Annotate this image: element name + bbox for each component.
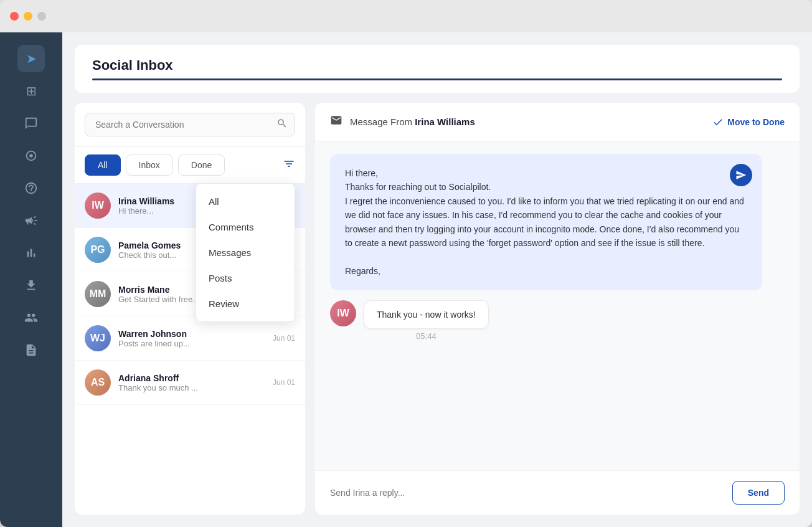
send-button[interactable]: Send bbox=[732, 481, 785, 505]
move-to-done-label: Move to Done bbox=[727, 117, 785, 127]
conv-preview: Posts are lined up... bbox=[118, 339, 265, 348]
avatar: AS bbox=[85, 369, 111, 396]
mail-icon bbox=[330, 114, 342, 130]
reply-input-area: Send bbox=[315, 470, 800, 515]
title-underline bbox=[92, 78, 782, 80]
sidebar-item-download[interactable] bbox=[17, 272, 45, 299]
traffic-lights bbox=[10, 12, 46, 21]
conv-info: Adriana Shroff Thank you so much ... bbox=[118, 373, 265, 392]
move-to-done-button[interactable]: Move to Done bbox=[712, 116, 785, 128]
close-button[interactable] bbox=[10, 12, 19, 21]
reply-input[interactable] bbox=[330, 488, 725, 498]
page-title: Social Inbox bbox=[92, 57, 782, 74]
reply-avatar: IW bbox=[330, 300, 356, 326]
reply-text: Thank you - now it works! bbox=[377, 310, 476, 320]
tab-done[interactable]: Done bbox=[178, 154, 225, 176]
left-panel: All Inbox Done All Comments Messag bbox=[75, 103, 305, 515]
page-header: Social Inbox bbox=[75, 45, 800, 93]
main-content: Social Inbox bbox=[62, 32, 812, 527]
reply-bubble: Thank you - now it works! bbox=[364, 300, 489, 329]
chat-area: Hi there,Thanks for reaching out to Soci… bbox=[315, 141, 800, 470]
avatar: IW bbox=[85, 192, 111, 219]
conv-date: Jun 01 bbox=[273, 334, 295, 343]
filter-button[interactable] bbox=[283, 158, 295, 173]
reply-content: Thank you - now it works! 05:44 bbox=[364, 300, 489, 341]
app-window: ➤ ⊞ bbox=[0, 0, 812, 527]
sidebar-item-analytics[interactable] bbox=[17, 239, 45, 267]
search-input[interactable] bbox=[85, 113, 295, 136]
sidebar-item-send[interactable]: ➤ bbox=[17, 45, 45, 72]
sidebar-item-reports[interactable] bbox=[17, 336, 45, 364]
conv-name: Adriana Shroff bbox=[118, 373, 265, 383]
message-header: Message From Irina Williams Move to Done bbox=[315, 103, 800, 141]
conv-preview: Thank you so much ... bbox=[118, 383, 265, 392]
titlebar bbox=[0, 0, 812, 32]
avatar: WJ bbox=[85, 325, 111, 351]
filter-dropdown: All Comments Messages Posts Review bbox=[196, 183, 295, 322]
svg-point-0 bbox=[29, 154, 33, 158]
system-message-bubble: Hi there,Thanks for reaching out to Soci… bbox=[330, 154, 762, 290]
conv-date: Jun 01 bbox=[273, 378, 295, 387]
content-area: All Inbox Done All Comments Messag bbox=[75, 103, 800, 515]
avatar: MM bbox=[85, 281, 111, 307]
socialpilot-icon bbox=[730, 164, 752, 186]
search-icon bbox=[276, 118, 288, 131]
search-bar bbox=[75, 103, 305, 147]
sidebar-item-dashboard[interactable]: ⊞ bbox=[17, 77, 45, 105]
sidebar-item-network[interactable] bbox=[17, 142, 45, 169]
filter-option-review[interactable]: Review bbox=[196, 291, 295, 316]
avatar: PG bbox=[85, 237, 111, 263]
sidebar-item-campaigns[interactable] bbox=[17, 207, 45, 234]
system-message-text: Hi there,Thanks for reaching out to Soci… bbox=[345, 166, 747, 278]
conv-name: Warren Johnson bbox=[118, 329, 265, 339]
app-body: ➤ ⊞ bbox=[0, 32, 812, 527]
user-reply-row: IW Thank you - now it works! 05:44 bbox=[330, 300, 785, 341]
conversation-item-warren[interactable]: WJ Warren Johnson Posts are lined up... … bbox=[75, 316, 305, 361]
minimize-button[interactable] bbox=[24, 12, 32, 21]
filter-option-posts[interactable]: Posts bbox=[196, 265, 295, 291]
filter-option-messages[interactable]: Messages bbox=[196, 240, 295, 265]
reply-time: 05:44 bbox=[364, 331, 489, 341]
filter-option-all[interactable]: All bbox=[196, 189, 295, 214]
filter-option-comments[interactable]: Comments bbox=[196, 214, 295, 240]
sidebar-item-support[interactable] bbox=[17, 174, 45, 202]
tab-inbox[interactable]: Inbox bbox=[126, 154, 173, 176]
tabs-row: All Inbox Done All Comments Messag bbox=[75, 147, 305, 184]
message-from: Message From Irina Williams bbox=[350, 116, 475, 127]
sidebar: ➤ ⊞ bbox=[0, 32, 62, 527]
sidebar-item-teams[interactable] bbox=[17, 304, 45, 331]
right-panel: Message From Irina Williams Move to Done bbox=[315, 103, 800, 515]
sidebar-item-inbox[interactable] bbox=[17, 110, 45, 137]
maximize-button[interactable] bbox=[37, 12, 46, 21]
message-from-name: Irina Williams bbox=[415, 116, 475, 127]
tab-all[interactable]: All bbox=[85, 154, 121, 176]
conversation-item-adriana[interactable]: AS Adriana Shroff Thank you so much ... … bbox=[75, 361, 305, 405]
conv-info: Warren Johnson Posts are lined up... bbox=[118, 329, 265, 348]
